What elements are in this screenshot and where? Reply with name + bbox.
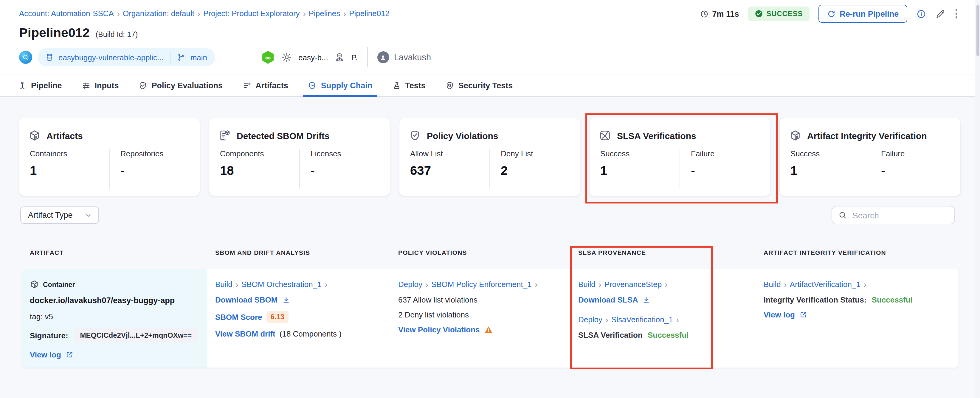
card-sbom-drifts: Detected SBOM Drifts Components18 Licens… [209,118,390,196]
breadcrumb-organization[interactable]: Organization: default [123,9,194,18]
sbom-drift-count: (18 Components ) [280,329,342,338]
sbom-document-icon [219,129,231,141]
external-link-icon [799,311,807,319]
breadcrumb-account[interactable]: Account: Automation-SSCA [19,9,114,18]
slsa-stage2-link[interactable]: Deploy [578,315,602,324]
integrity-stage-link[interactable]: Build [764,280,781,289]
col-header-policy: POLICY VIOLATIONS [390,249,571,256]
slsa-step2-link[interactable]: SlsaVerification_1 [611,315,673,324]
gear-icon [281,52,292,63]
card-title: SLSA Verifications [617,130,696,141]
card-title: Detected SBOM Drifts [237,130,330,141]
chevron-right-icon [197,9,200,18]
stat-label: Failure [691,149,760,158]
stat-value: - [881,163,951,178]
shield-icon [308,81,317,90]
tabbar: Pipeline Inputs Policy Evaluations Artif… [0,75,980,97]
status-badge: SUCCESS [748,6,810,21]
tab-policy-evaluations[interactable]: Policy Evaluations [138,75,223,96]
clock-icon [700,9,708,18]
view-log-link[interactable]: View log [30,350,61,359]
tab-label: Security Tests [458,81,513,90]
shield-check-icon [138,81,148,90]
tab-label: Inputs [95,81,119,90]
artifact-cell: Container docker.io/lavakush07/easy-bugg… [22,269,207,368]
chevron-right-icon [784,280,787,289]
tab-label: Tests [405,81,426,90]
tab-label: Supply Chain [321,81,372,90]
sbom-stage-link[interactable]: Build [215,280,232,289]
more-options-button[interactable] [954,8,959,20]
view-sbom-drift-link[interactable]: View SBOM drift [215,329,275,338]
slsa-status-value: Successful [648,331,689,339]
download-sbom-link[interactable]: Download SBOM [215,296,277,304]
run-duration: 7m 11s [700,9,739,18]
breadcrumb-pipelines[interactable]: Pipelines [309,9,340,18]
col-header-sbom: SBOM AND DRIFT ANALYSIS [207,249,390,256]
cube-icon [789,129,801,141]
slsa-cell: Build ProvenanceStep Download SLSA Deplo… [571,269,756,368]
view-policy-violations-link[interactable]: View Policy Violations [398,325,480,334]
integrity-status-label: Integrity Verification Status: [764,296,867,304]
table-header-row: ARTIFACT SBOM AND DRIFT ANALYSIS POLICY … [22,249,958,256]
sbom-score-badge: 6.13 [266,311,289,323]
status-label: SUCCESS [767,10,803,18]
search-input[interactable] [851,210,943,221]
chevron-down-icon [84,211,92,219]
integrity-step-link[interactable]: ArtifactVerification_1 [790,280,861,289]
sbom-step-link[interactable]: SBOM Orchestration_1 [242,280,321,289]
stat-label: Success [791,149,870,158]
slsa-stage1-link[interactable]: Build [578,280,595,289]
policy-stage-link[interactable]: Deploy [398,280,422,289]
chevron-right-icon [864,280,867,289]
tab-inputs[interactable]: Inputs [82,75,119,96]
tab-artifacts[interactable]: Artifacts [242,75,288,96]
repo-link[interactable]: easybuggy-vulnerable-applic... [59,53,164,62]
breadcrumb-pipeline012[interactable]: Pipeline012 [349,9,390,18]
sbom-score-link[interactable]: SBOM Score [215,312,262,321]
meta-row: easybuggy-vulnerable-applic... main ∞ ea… [19,46,431,68]
infrastructure-icon [335,52,345,62]
stat-label: Licenses [310,149,380,158]
flask-icon [392,81,401,90]
tab-pipeline[interactable]: Pipeline [18,75,62,96]
tab-security-tests[interactable]: Security Tests [445,75,513,96]
trigger-info: ∞ easy-b... P. [261,51,358,64]
integrity-cell: Build ArtifactVerification_1 Integrity V… [756,269,958,368]
shield-check-icon [409,129,421,141]
pipeline-icon [18,81,27,90]
stat-value: 1 [30,163,109,178]
info-button[interactable] [916,9,926,19]
chevron-right-icon [303,9,306,18]
tab-tests[interactable]: Tests [392,75,426,96]
page-title: Pipeline012 [19,26,90,41]
download-slsa-link[interactable]: Download SLSA [578,296,638,304]
slsa-step1-link[interactable]: ProvenanceStep [605,280,662,289]
scrollbar-thumb[interactable] [976,5,979,56]
stat-label: Containers [30,149,109,158]
tab-label: Pipeline [31,81,62,90]
artifact-type-select[interactable]: Artifact Type [20,206,99,224]
chevron-right-icon [343,9,346,18]
magnifier-icon [22,54,29,61]
stat-label: Components [220,149,299,158]
list-plus-icon [242,81,251,90]
pencil-icon [935,9,945,19]
view-log-link[interactable]: View log [764,310,795,319]
branch-link[interactable]: main [191,53,207,62]
topbar: Account: Automation-SSCA Organization: d… [0,0,980,27]
signature-value: MEQCICde2Vjl...L+2+mqnOXw== [74,328,198,342]
policy-step-link[interactable]: SBOM Policy Enforcement_1 [431,280,532,289]
breadcrumb: Account: Automation-SSCA Organization: d… [19,9,390,18]
edit-pipeline-button[interactable] [935,9,945,19]
stat-value: - [310,163,380,178]
stat-value: 1 [791,163,870,178]
breadcrumb-project[interactable]: Project: Product Exploratory [203,9,300,18]
card-artifacts: Artifacts Containers1 Repositories- [19,118,200,196]
tab-supply-chain[interactable]: Supply Chain [308,75,372,96]
warning-icon [484,325,493,334]
chevron-right-icon [325,280,328,289]
chevron-right-icon [425,280,428,289]
rerun-pipeline-button[interactable]: Re-run Pipeline [818,5,907,23]
sbom-cell: Build SBOM Orchestration_1 Download SBOM… [207,269,390,368]
